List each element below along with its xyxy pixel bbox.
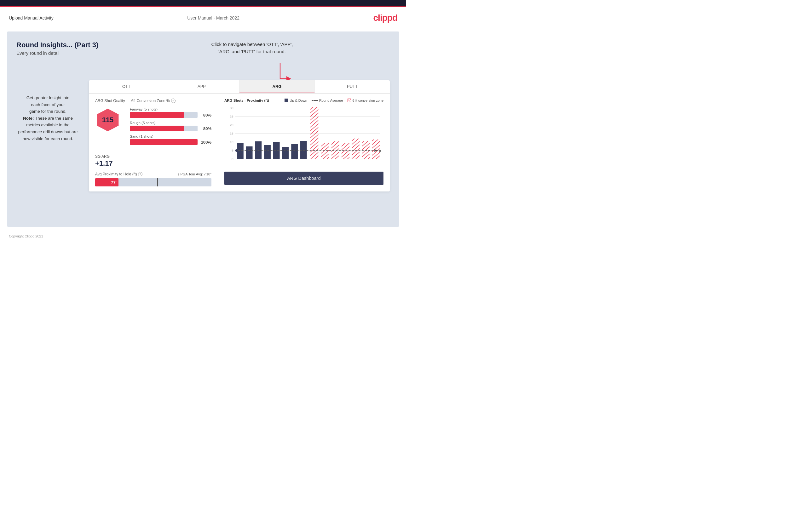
svg-rect-22 <box>282 147 289 159</box>
rough-bar-outer <box>130 126 198 131</box>
arg-dashboard-button[interactable]: ARG Dashboard <box>224 172 384 185</box>
hexagon-score: 115 <box>95 107 120 132</box>
main-card: OTT APP ARG PUTT ARG Shot Quality 6ft Co… <box>89 80 390 191</box>
tab-bar: OTT APP ARG PUTT <box>89 80 390 94</box>
legend-up-down: Up & Down <box>285 99 307 102</box>
right-panel: ARG Shots - Proximity (ft) Up & Down Rou… <box>218 94 390 191</box>
upload-manual-link[interactable]: Upload Manual Activity <box>9 15 54 20</box>
clippd-logo: clippd <box>373 13 397 23</box>
svg-rect-20 <box>264 145 271 159</box>
proximity-bar-value: 77' <box>111 180 116 185</box>
svg-rect-27 <box>332 142 339 159</box>
svg-text:8: 8 <box>379 149 381 153</box>
fairway-bar-row: Fairway (5 shots) 80% <box>130 107 211 118</box>
svg-point-32 <box>235 149 238 152</box>
proximity-label: Avg Proximity to Hole (ft) ? <box>95 172 142 176</box>
rough-bar-row: Rough (5 shots) 80% <box>130 121 211 131</box>
proximity-bar-outer: 77' <box>95 178 211 186</box>
fairway-bar-outer <box>130 112 198 118</box>
sand-label: Sand (1 shots) <box>130 134 211 138</box>
sand-bar-fill <box>130 139 198 145</box>
svg-rect-18 <box>246 147 253 159</box>
legend-label-round-avg: Round Average <box>319 99 343 102</box>
conversion-help-icon[interactable]: ? <box>171 99 175 103</box>
legend-round-avg: Round Average <box>312 99 343 102</box>
svg-rect-23 <box>291 144 298 159</box>
svg-rect-17 <box>237 143 244 159</box>
footer: Copyright Clippd 2021 <box>0 231 406 241</box>
legend-label-up-down: Up & Down <box>290 99 307 102</box>
left-insight-text: Get greater insight into each facet of y… <box>16 95 80 142</box>
proximity-help-icon[interactable]: ? <box>138 172 142 176</box>
top-bar <box>0 0 406 6</box>
legend-label-6ft: 6 ft conversion zone <box>353 99 384 102</box>
sand-bar-row: Sand (1 shots) 100% <box>130 134 211 145</box>
svg-rect-28 <box>342 143 349 159</box>
chart-title: ARG Shots - Proximity (ft) <box>224 99 269 102</box>
section-subtitle: Every round in detail <box>16 50 390 56</box>
fairway-bar-fill <box>130 112 184 118</box>
svg-text:5: 5 <box>232 149 234 152</box>
svg-text:20: 20 <box>230 123 233 127</box>
chart-svg: 0 5 10 15 20 25 30 <box>224 106 384 168</box>
proximity-chart: 0 5 10 15 20 25 30 <box>224 106 384 168</box>
hex-bars-container: 115 Fairway (5 shots) 80% <box>95 107 211 148</box>
svg-rect-24 <box>300 141 307 159</box>
svg-text:0: 0 <box>232 158 234 161</box>
legend-hatch-icon <box>348 99 351 102</box>
fairway-pct: 80% <box>200 113 211 117</box>
instruction-text: Click to navigate between 'OTT', 'APP', … <box>211 41 293 55</box>
legend-box-up-down <box>285 99 288 102</box>
tab-putt[interactable]: PUTT <box>315 80 390 93</box>
tab-app[interactable]: APP <box>164 80 240 93</box>
sg-label: SG ARG <box>95 154 211 159</box>
main-content: Round Insights... (Part 3) Every round i… <box>7 32 399 227</box>
proximity-header: Avg Proximity to Hole (ft) ? ↑ PGA Tour … <box>95 172 211 176</box>
svg-rect-29 <box>352 138 359 159</box>
svg-text:10: 10 <box>230 140 233 144</box>
sand-bar-outer <box>130 139 198 145</box>
header: Upload Manual Activity User Manual - Mar… <box>0 7 406 27</box>
left-panel: ARG Shot Quality 6ft Conversion Zone % ?… <box>89 94 218 191</box>
sg-value: +1.17 <box>95 159 211 168</box>
proximity-cursor <box>157 178 158 186</box>
sg-arg-section: SG ARG +1.17 <box>95 154 211 168</box>
svg-rect-30 <box>362 141 370 159</box>
shot-quality-label: ARG Shot Quality <box>95 99 125 103</box>
user-manual-title: User Manual - March 2022 <box>187 15 240 20</box>
panel-header: ARG Shot Quality 6ft Conversion Zone % ? <box>95 99 211 103</box>
rough-pct: 80% <box>200 126 211 131</box>
card-body: ARG Shot Quality 6ft Conversion Zone % ?… <box>89 94 390 191</box>
legend-dash-icon <box>312 100 318 101</box>
hex-value: 115 <box>102 116 114 124</box>
svg-rect-25 <box>310 107 318 159</box>
svg-rect-19 <box>255 142 262 159</box>
svg-text:25: 25 <box>230 115 233 118</box>
svg-text:30: 30 <box>230 106 233 110</box>
legend-6ft-zone: 6 ft conversion zone <box>348 99 384 102</box>
sand-pct: 100% <box>200 140 211 145</box>
pga-avg-label: ↑ PGA Tour Avg: 7'10" <box>178 172 211 176</box>
proximity-section: Avg Proximity to Hole (ft) ? ↑ PGA Tour … <box>95 172 211 186</box>
copyright-text: Copyright Clippd 2021 <box>9 234 43 238</box>
fairway-label: Fairway (5 shots) <box>130 107 211 111</box>
section-title: Round Insights... (Part 3) <box>16 41 390 49</box>
shot-quality-bars: Fairway (5 shots) 80% Rough (5 shots) <box>130 107 211 148</box>
svg-text:15: 15 <box>230 132 233 135</box>
svg-rect-31 <box>372 139 380 159</box>
rough-label: Rough (5 shots) <box>130 121 211 125</box>
proximity-bar-fill: 77' <box>95 178 118 186</box>
tab-ott[interactable]: OTT <box>89 80 164 93</box>
tab-arg[interactable]: ARG <box>240 80 315 93</box>
rough-bar-fill <box>130 126 184 131</box>
header-divider <box>9 27 397 27</box>
chart-header: ARG Shots - Proximity (ft) Up & Down Rou… <box>224 99 384 102</box>
conversion-zone-label: 6ft Conversion Zone % ? <box>132 99 175 103</box>
svg-rect-26 <box>321 143 329 159</box>
chart-legend: Up & Down Round Average 6 ft conversion … <box>285 99 384 102</box>
